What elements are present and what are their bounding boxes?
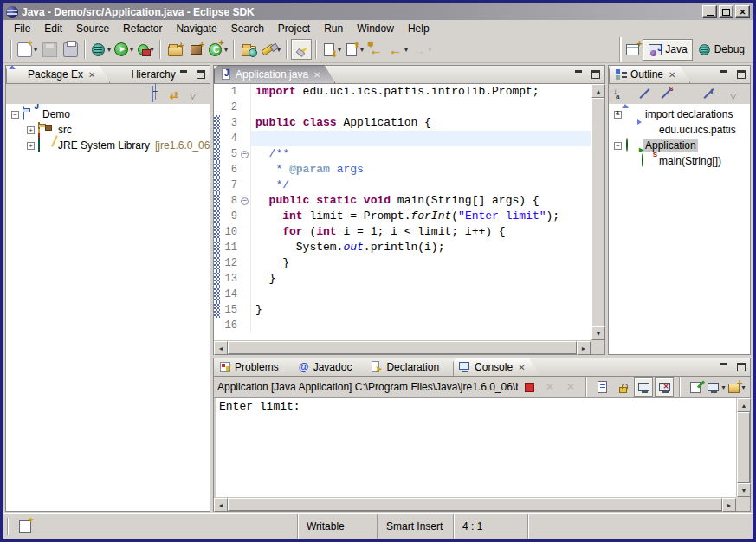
- tree-expander-icon[interactable]: −: [11, 111, 19, 119]
- code-text[interactable]: [250, 318, 591, 333]
- remove-launch-button[interactable]: ✕: [540, 377, 559, 397]
- scrollbar-thumb[interactable]: [228, 498, 722, 511]
- code-text[interactable]: for (int i = 1; i < limit; i++) {: [250, 224, 591, 240]
- minimize-button[interactable]: [702, 5, 717, 18]
- scroll-up-icon[interactable]: ▲: [737, 398, 751, 412]
- code-text[interactable]: public class Application {: [250, 115, 591, 131]
- run-dropdown[interactable]: ▾: [130, 46, 133, 54]
- hide-fields-button[interactable]: [637, 87, 652, 101]
- back-dropdown[interactable]: ▾: [404, 46, 408, 54]
- maximize-view-button[interactable]: [733, 68, 748, 81]
- maximize-button[interactable]: [719, 5, 733, 18]
- fold-column[interactable]: −: [239, 197, 250, 205]
- maximize-view-button[interactable]: [733, 360, 748, 373]
- scroll-left-icon[interactable]: ◄: [214, 341, 228, 355]
- console-vertical-scrollbar[interactable]: ▲ ▼: [736, 398, 750, 497]
- tab-javadoc[interactable]: @Javadoc: [293, 358, 366, 376]
- pin-console-button[interactable]: [686, 377, 705, 397]
- clear-console-button[interactable]: [592, 377, 611, 397]
- save-button[interactable]: [39, 39, 60, 60]
- code-text[interactable]: /**: [250, 146, 591, 162]
- open-console-button[interactable]: ▾: [727, 377, 746, 397]
- code-text[interactable]: [250, 287, 591, 302]
- code-text[interactable]: }: [250, 302, 591, 318]
- tree-expander-icon[interactable]: +: [27, 142, 35, 150]
- code-text[interactable]: import edu.uci.ics.pattis.introlib.Promp…: [250, 84, 591, 100]
- fold-column[interactable]: −: [239, 151, 250, 158]
- search-button[interactable]: ▾: [259, 39, 282, 60]
- close-icon[interactable]: ✕: [88, 70, 95, 80]
- menu-navigate[interactable]: Navigate: [169, 22, 223, 35]
- minimize-view-button[interactable]: [716, 360, 731, 373]
- tab-package-explorer[interactable]: Package Ex ✕: [6, 65, 110, 83]
- hide-local-types-button[interactable]: L: [701, 87, 716, 101]
- external-tools-dropdown[interactable]: ▾: [151, 46, 154, 54]
- new-dropdown[interactable]: ▾: [34, 46, 37, 54]
- scroll-down-icon[interactable]: ▼: [737, 483, 751, 497]
- back-button[interactable]: ←▾: [386, 39, 410, 60]
- new-class-dropdown[interactable]: ▾: [224, 46, 228, 54]
- menu-source[interactable]: Source: [69, 22, 116, 35]
- code-text[interactable]: }: [250, 271, 591, 287]
- editor-vertical-scrollbar[interactable]: ▲ ▼: [591, 84, 604, 340]
- outline-item-application[interactable]: −Application: [609, 138, 750, 153]
- close-icon[interactable]: ✕: [518, 363, 525, 372]
- print-button[interactable]: [60, 39, 81, 60]
- code-text[interactable]: [250, 100, 591, 115]
- scrollbar-thumb[interactable]: [228, 341, 577, 354]
- line-number[interactable]: 10: [220, 226, 239, 238]
- line-number[interactable]: 14: [220, 288, 239, 300]
- tab-outline[interactable]: Outline ✕: [609, 65, 690, 83]
- code-text[interactable]: }: [250, 255, 591, 271]
- close-button[interactable]: ✕: [735, 5, 750, 18]
- next-annotation-dropdown[interactable]: ▾: [338, 46, 341, 54]
- outline-item-edu-uci-ics-pattis[interactable]: edu.uci.ics.pattis: [609, 122, 750, 138]
- remove-all-terminated-button[interactable]: ✕: [561, 377, 580, 397]
- menu-refactor[interactable]: Refactor: [116, 22, 169, 35]
- project-item-demo[interactable]: −Demo: [6, 106, 210, 122]
- debug-perspective-button[interactable]: Debug: [693, 39, 749, 61]
- line-number[interactable]: 9: [220, 210, 239, 223]
- line-number[interactable]: 3: [220, 117, 239, 129]
- close-icon[interactable]: ✕: [669, 70, 675, 80]
- menu-file[interactable]: File: [7, 22, 37, 35]
- scroll-right-icon[interactable]: ►: [722, 498, 736, 512]
- close-icon[interactable]: ✕: [313, 70, 320, 80]
- scroll-lock-button[interactable]: [613, 377, 632, 397]
- menu-edit[interactable]: Edit: [37, 22, 69, 35]
- tab-declaration[interactable]: ➤Declaration: [365, 358, 453, 376]
- new-wizard-button[interactable]: ▾: [16, 39, 39, 60]
- line-number[interactable]: 4: [220, 132, 239, 145]
- outline-item-main-string-[interactable]: main(String[]): [609, 153, 750, 169]
- maximize-editor-button[interactable]: [588, 68, 603, 81]
- debug-button[interactable]: ▾: [89, 39, 113, 60]
- code-text[interactable]: int limit = Prompt.forInt("Enter limit")…: [250, 209, 591, 224]
- line-number[interactable]: 7: [220, 179, 239, 191]
- line-number[interactable]: 1: [220, 86, 239, 98]
- line-number[interactable]: 8: [220, 195, 239, 207]
- java-perspective-button[interactable]: Java: [643, 39, 692, 61]
- project-item-jre-system-library[interactable]: +JRE System Library[jre1.6.0_06]: [6, 138, 210, 153]
- new-class-button[interactable]: ▾: [206, 39, 229, 60]
- view-menu-button[interactable]: ▽: [190, 87, 204, 101]
- forward-button[interactable]: →▾: [410, 39, 433, 60]
- tab-problems[interactable]: Problems: [214, 358, 293, 376]
- menu-window[interactable]: Window: [350, 22, 401, 35]
- display-console-button[interactable]: ▾: [707, 377, 726, 397]
- run-button[interactable]: ▾: [113, 39, 135, 60]
- hide-static-members-button[interactable]: S: [659, 87, 674, 101]
- line-number[interactable]: 11: [220, 242, 239, 254]
- display-console-dropdown[interactable]: ▾: [721, 384, 725, 391]
- code-text[interactable]: System.out.println(i);: [250, 240, 591, 255]
- console-horizontal-scrollbar[interactable]: ◄ ►: [214, 497, 736, 511]
- collapse-icon[interactable]: −: [241, 197, 249, 205]
- sort-button[interactable]: az: [616, 87, 630, 101]
- last-edit-location-button[interactable]: ←: [365, 39, 386, 60]
- minimize-editor-button[interactable]: [571, 68, 585, 81]
- view-menu-button[interactable]: ▽: [730, 87, 745, 101]
- show-stdout-button[interactable]: [634, 377, 653, 397]
- line-number[interactable]: 2: [220, 101, 239, 113]
- code-text[interactable]: [250, 131, 591, 146]
- code-text[interactable]: */: [250, 177, 591, 193]
- line-number[interactable]: 6: [220, 164, 239, 176]
